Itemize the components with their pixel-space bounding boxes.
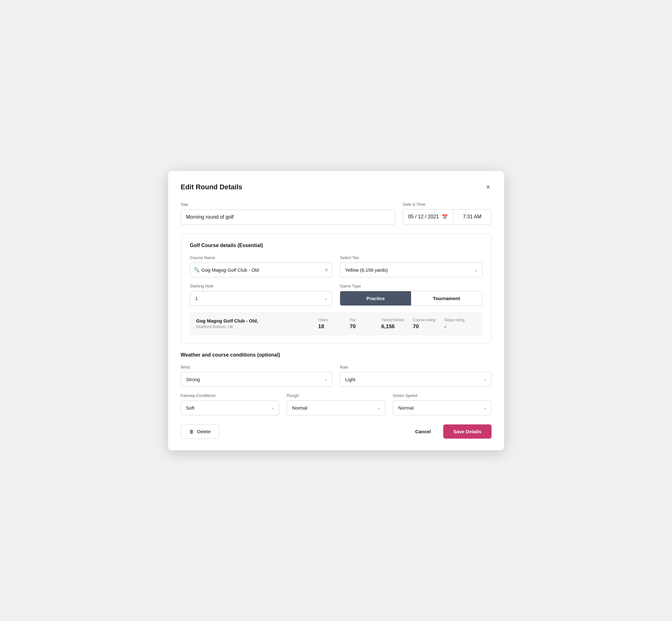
wind-dropdown[interactable]: Calm Light Moderate Strong: [181, 372, 333, 387]
game-type-field-group: Game Type Practice Tournament: [340, 284, 482, 306]
rain-dropdown[interactable]: None Light Moderate Heavy: [340, 372, 492, 387]
wind-field-group: Wind Calm Light Moderate Strong ⌄: [181, 365, 333, 387]
green-speed-field-group: Green Speed Slow Normal Fast ⌄: [393, 393, 491, 415]
datetime-label: Date & Time: [403, 202, 492, 207]
holes-value: 18: [318, 323, 324, 330]
weather-row2: Fairway Conditions Dry Normal Soft Wet ⌄…: [181, 393, 492, 415]
course-stat-holes: Holes 18: [318, 318, 350, 330]
par-value: 70: [350, 323, 356, 330]
starting-hole-field-group: Starting Hole 1234 5678 910 ⌄: [190, 284, 333, 306]
select-tee-wrap: Yellow (6,156 yards) White (6,500 yards)…: [340, 262, 482, 277]
fairway-dropdown[interactable]: Dry Normal Soft Wet: [181, 401, 279, 415]
course-fields-row2: Starting Hole 1234 5678 910 ⌄ Game Type …: [190, 284, 482, 306]
course-info-row: Gog Magog Golf Club - Old, Shelford Bott…: [190, 312, 482, 335]
slope-rating-label: Slope rating: [445, 318, 465, 322]
select-tee-dropdown[interactable]: Yellow (6,156 yards) White (6,500 yards)…: [340, 262, 482, 277]
select-tee-field-group: Select Tee Yellow (6,156 yards) White (6…: [340, 255, 482, 277]
save-button[interactable]: Save Details: [443, 424, 491, 439]
rain-field-group: Rain None Light Moderate Heavy ⌄: [340, 365, 492, 387]
delete-label: Delete: [197, 429, 211, 434]
starting-hole-dropdown[interactable]: 1234 5678 910: [190, 291, 333, 306]
holes-label: Holes: [318, 318, 328, 322]
course-name-field-group: Course Name 🔍 ✕: [190, 255, 333, 277]
select-tee-label: Select Tee: [340, 255, 482, 260]
rough-dropdown[interactable]: Short Normal Long: [287, 401, 385, 415]
rain-label: Rain: [340, 365, 492, 370]
calendar-icon: 📅: [442, 214, 448, 220]
course-info-location: Shelford Bottom, UK: [196, 324, 318, 329]
top-fields: Title Date & Time 05 / 12 / 2021 📅 7:31 …: [181, 202, 492, 225]
clear-course-icon[interactable]: ✕: [324, 267, 328, 273]
weather-row1: Wind Calm Light Moderate Strong ⌄ Rain N…: [181, 365, 492, 387]
tournament-toggle-btn[interactable]: Tournament: [411, 291, 482, 305]
footer-right: Cancel Save Details: [410, 424, 492, 439]
datetime-field-group: Date & Time 05 / 12 / 2021 📅 7:31 AM: [403, 202, 492, 225]
weather-section-title: Weather and course conditions (optional): [181, 352, 492, 358]
golf-section-title: Golf Course details (Essential): [190, 243, 482, 248]
golf-course-section: Golf Course details (Essential) Course N…: [181, 234, 492, 343]
trash-icon: 🗑: [189, 429, 194, 434]
modal-header: Edit Round Details ×: [181, 182, 492, 192]
starting-hole-label: Starting Hole: [190, 284, 333, 288]
close-button[interactable]: ×: [485, 182, 492, 192]
slope-rating-value: -: [445, 323, 447, 330]
wind-select-wrap: Calm Light Moderate Strong ⌄: [181, 372, 333, 387]
course-stat-yards: Yards(Yellow) 6,156: [381, 318, 413, 330]
course-stat-course-rating: Course rating 70: [413, 318, 445, 330]
course-fields-row1: Course Name 🔍 ✕ Select Tee Yellow (6,156…: [190, 255, 482, 277]
time-part[interactable]: 7:31 AM: [453, 210, 491, 224]
course-stat-slope-rating: Slope rating -: [445, 318, 476, 330]
date-value: 05 / 12 / 2021: [408, 214, 439, 220]
course-info-name: Gog Magog Golf Club - Old, Shelford Bott…: [196, 318, 318, 329]
weather-section: Weather and course conditions (optional)…: [181, 352, 492, 415]
rough-select-wrap: Short Normal Long ⌄: [287, 401, 385, 415]
wind-label: Wind: [181, 365, 333, 370]
yards-value: 6,156: [381, 323, 395, 330]
modal-title: Edit Round Details: [181, 183, 243, 191]
datetime-field: 05 / 12 / 2021 📅 7:31 AM: [403, 209, 492, 225]
title-field-group: Title: [181, 202, 395, 225]
time-value: 7:31 AM: [463, 214, 481, 220]
course-name-input-wrap: 🔍 ✕: [190, 262, 333, 277]
course-rating-value: 70: [413, 323, 419, 330]
rough-label: Rough: [287, 393, 385, 398]
green-speed-label: Green Speed: [393, 393, 491, 398]
course-info-name-text: Gog Magog Golf Club - Old,: [196, 318, 318, 323]
fairway-field-group: Fairway Conditions Dry Normal Soft Wet ⌄: [181, 393, 279, 415]
fairway-label: Fairway Conditions: [181, 393, 279, 398]
green-speed-select-wrap: Slow Normal Fast ⌄: [393, 401, 491, 415]
game-type-label: Game Type: [340, 284, 482, 288]
course-stat-par: Par 70: [350, 318, 381, 330]
date-part[interactable]: 05 / 12 / 2021 📅: [403, 210, 453, 224]
game-type-toggle: Practice Tournament: [340, 291, 482, 306]
course-name-input[interactable]: [190, 262, 333, 277]
practice-toggle-btn[interactable]: Practice: [340, 291, 411, 305]
par-label: Par: [350, 318, 356, 322]
title-label: Title: [181, 202, 395, 207]
rough-field-group: Rough Short Normal Long ⌄: [287, 393, 385, 415]
course-name-label: Course Name: [190, 255, 333, 260]
title-input[interactable]: [181, 210, 395, 225]
cancel-button[interactable]: Cancel: [410, 424, 436, 439]
edit-round-modal: Edit Round Details × Title Date & Time 0…: [168, 171, 504, 450]
course-rating-label: Course rating: [413, 318, 436, 322]
starting-hole-wrap: 1234 5678 910 ⌄: [190, 291, 333, 306]
delete-button[interactable]: 🗑 Delete: [181, 424, 219, 439]
fairway-select-wrap: Dry Normal Soft Wet ⌄: [181, 401, 279, 415]
rain-select-wrap: None Light Moderate Heavy ⌄: [340, 372, 492, 387]
green-speed-dropdown[interactable]: Slow Normal Fast: [393, 401, 491, 415]
footer-row: 🗑 Delete Cancel Save Details: [181, 424, 492, 439]
yards-label: Yards(Yellow): [381, 318, 405, 322]
search-icon: 🔍: [194, 267, 200, 273]
